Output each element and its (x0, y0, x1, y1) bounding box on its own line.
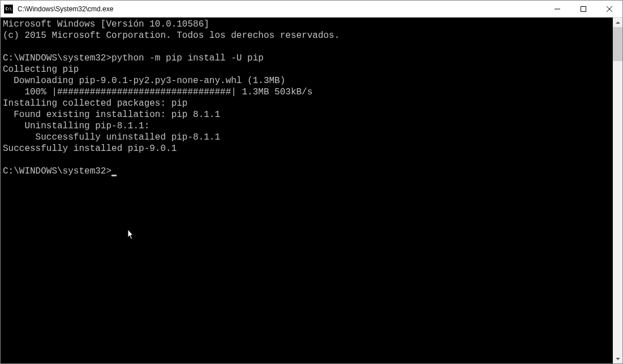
terminal-output[interactable]: Microsoft Windows [Versión 10.0.10586] (… (1, 18, 613, 363)
scroll-up-button[interactable] (613, 18, 622, 27)
cmd-window: C:\ C:\Windows\System32\cmd.exe Microsof… (0, 0, 623, 364)
terminal-line: Uninstalling pip-8.1.1: (3, 121, 149, 131)
cmd-icon-text: C:\ (5, 7, 11, 11)
terminal-line: Microsoft Windows [Versión 10.0.10586] (3, 19, 209, 29)
terminal-line: (c) 2015 Microsoft Corporation. Todos lo… (3, 31, 340, 41)
terminal-prompt: C:\WINDOWS\system32> (3, 166, 111, 176)
terminal-line: Successfully installed pip-9.0.1 (3, 144, 177, 154)
close-button[interactable] (596, 1, 622, 17)
minimize-button[interactable] (544, 1, 570, 17)
terminal-line: Successfully uninstalled pip-8.1.1 (3, 132, 220, 142)
terminal-cursor (111, 175, 117, 176)
terminal-line: Installing collected packages: pip (3, 98, 187, 109)
terminal-line: Downloading pip-9.0.1-py2.py3-none-any.w… (3, 76, 285, 86)
terminal-line: 100% |################################| … (3, 87, 312, 97)
titlebar[interactable]: C:\ C:\Windows\System32\cmd.exe (1, 1, 622, 18)
svg-rect-1 (581, 6, 586, 11)
svg-marker-4 (616, 21, 620, 24)
cmd-icon: C:\ (4, 5, 13, 14)
scrollbar[interactable] (613, 18, 622, 363)
terminal-line: Collecting pip (3, 64, 79, 75)
terminal-line: Found existing installation: pip 8.1.1 (3, 110, 220, 120)
window-title: C:\Windows\System32\cmd.exe (16, 5, 544, 13)
scroll-thumb[interactable] (613, 27, 622, 61)
scroll-down-button[interactable] (613, 354, 622, 363)
maximize-button[interactable] (570, 1, 596, 17)
window-controls (544, 1, 622, 17)
terminal-container: Microsoft Windows [Versión 10.0.10586] (… (1, 18, 622, 363)
svg-marker-5 (616, 358, 620, 360)
terminal-line: C:\WINDOWS\system32>python -m pip instal… (3, 53, 264, 63)
